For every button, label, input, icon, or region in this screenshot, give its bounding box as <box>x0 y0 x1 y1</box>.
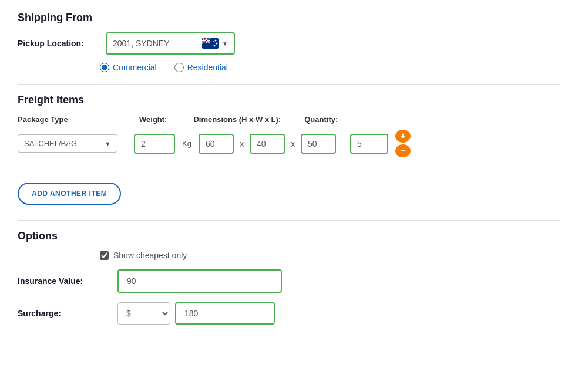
options-section: Options Show cheapest only Insurance Val… <box>18 230 560 325</box>
pickup-location-value: 2001, SYDNEY <box>113 39 170 48</box>
freight-items-section: Freight Items Package Type Weight: Dimen… <box>18 94 560 211</box>
svg-point-10 <box>215 40 217 42</box>
dim-h-input[interactable] <box>199 134 234 154</box>
pickup-location-select[interactable]: 2001, SYDNEY <box>106 32 235 55</box>
section-divider <box>18 84 560 85</box>
quantity-minus-button[interactable]: − <box>395 144 411 157</box>
show-cheapest-row: Show cheapest only <box>100 251 560 260</box>
svg-point-9 <box>216 43 218 45</box>
quantity-plus-button[interactable]: + <box>395 130 411 143</box>
dim-l-input[interactable] <box>301 134 336 154</box>
show-cheapest-label: Show cheapest only <box>113 251 187 260</box>
freight-divider <box>18 167 560 167</box>
surcharge-row: Surcharge: $ £ € <box>18 302 560 325</box>
freight-column-headers: Package Type Weight: Dimensions (H x W x… <box>18 114 560 124</box>
package-type-value: SATCHEL/BAG <box>24 139 77 148</box>
surcharge-currency-select[interactable]: $ £ € <box>117 302 170 325</box>
svg-point-11 <box>213 41 214 42</box>
australia-flag-icon <box>202 38 219 49</box>
options-divider <box>18 220 560 221</box>
pickup-location-row: Pickup Location: 2001, SYDNEY <box>18 32 560 55</box>
show-cheapest-checkbox[interactable] <box>100 251 109 260</box>
pickup-location-label: Pickup Location: <box>18 39 100 48</box>
quantity-buttons: + − <box>395 130 411 157</box>
commercial-radio-label[interactable]: Commercial <box>100 63 157 72</box>
quantity-input[interactable] <box>350 134 388 154</box>
surcharge-label: Surcharge: <box>18 309 112 318</box>
options-title: Options <box>18 230 560 242</box>
insurance-value-row: Insurance Value: <box>18 269 560 293</box>
shipping-from-title: Shipping From <box>18 12 560 24</box>
commercial-label: Commercial <box>113 63 157 72</box>
package-type-select[interactable]: SATCHEL/BAG ▼ <box>18 134 117 153</box>
x-label-2: x <box>291 139 295 148</box>
residential-radio-label[interactable]: Residential <box>174 63 228 72</box>
package-type-col-label: Package Type <box>18 115 68 124</box>
chevron-down-icon: ▼ <box>222 40 228 47</box>
weight-input[interactable] <box>134 134 175 154</box>
location-type-group: Commercial Residential <box>100 63 560 72</box>
dim-w-input[interactable] <box>250 134 285 154</box>
commercial-radio[interactable] <box>100 63 109 72</box>
freight-item-row: SATCHEL/BAG ▼ Kg x x + − <box>18 130 560 157</box>
residential-label: Residential <box>187 63 228 72</box>
dimensions-col-label: Dimensions (H x W x L): <box>193 115 281 124</box>
svg-point-8 <box>214 45 216 47</box>
quantity-col-label: Quantity: <box>304 115 338 124</box>
flag-group: ▼ <box>202 38 228 49</box>
x-label-1: x <box>240 139 244 148</box>
insurance-value-input[interactable] <box>117 269 282 293</box>
kg-label: Kg <box>182 139 191 148</box>
package-chevron-icon: ▼ <box>105 140 111 147</box>
weight-col-label: Weight: <box>139 115 167 124</box>
surcharge-value-input[interactable] <box>175 302 275 325</box>
add-another-item-button[interactable]: ADD ANOTHER ITEM <box>18 183 121 205</box>
insurance-value-label: Insurance Value: <box>18 276 112 286</box>
residential-radio[interactable] <box>174 63 184 72</box>
surcharge-inputs: $ £ € <box>117 302 275 325</box>
shipping-from-section: Shipping From Pickup Location: 2001, SYD… <box>18 12 560 72</box>
freight-items-title: Freight Items <box>18 94 560 106</box>
